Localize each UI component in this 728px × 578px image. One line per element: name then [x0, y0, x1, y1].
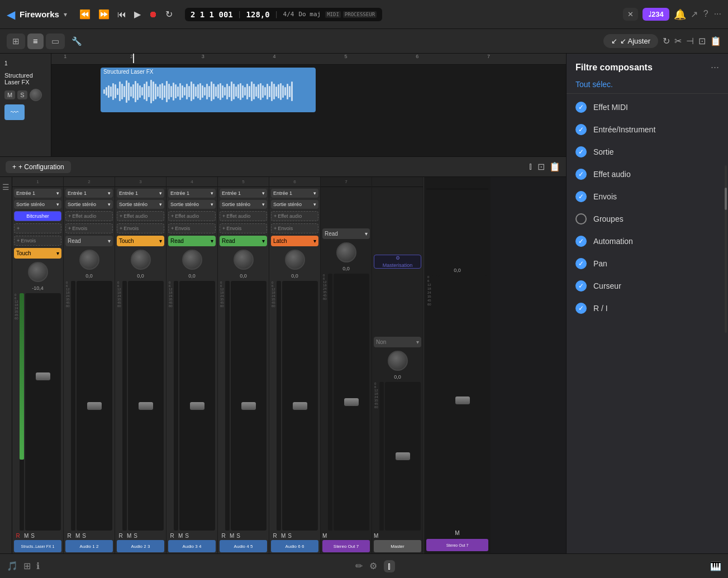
ch4-add-plugin[interactable]: + Effet audio [168, 211, 216, 221]
ch5-add-plugin[interactable]: + Effet audio [220, 211, 267, 221]
rsp-mute-button[interactable]: M [455, 530, 459, 536]
ch3-fader-thumb[interactable] [139, 402, 153, 410]
rsp-fader-thumb[interactable] [455, 397, 470, 404]
ch1-mute-button[interactable]: M [24, 533, 28, 539]
ch1-knob[interactable] [28, 262, 48, 282]
ch7-mode[interactable]: Read▾ [322, 228, 370, 239]
ch8-fader-thumb[interactable] [396, 452, 410, 460]
ch2-input[interactable]: Entrée 1▾ [65, 189, 113, 198]
rewind-button[interactable]: ⏪ [77, 7, 93, 22]
loop-button[interactable]: ↻ [163, 7, 175, 22]
music-note-icon[interactable]: 🎵 [7, 561, 18, 571]
ch1-output[interactable]: Sortie stéréo▾ [14, 200, 61, 209]
filter-checkbox-effet-audio[interactable]: ✓ [575, 169, 587, 180]
sync-icon[interactable]: ↻ [663, 36, 670, 46]
ch1-plugin-bitcrusher[interactable]: Bitcrusher [14, 211, 61, 221]
filter-item-entree-instrument[interactable]: ✓ Entrée/Instrument [567, 118, 728, 141]
metronome-button[interactable]: 🔔 [674, 8, 686, 21]
ch8-knob[interactable] [388, 351, 408, 371]
grid-view-button[interactable]: ⊞ [7, 34, 25, 49]
filter-checkbox-pan[interactable]: ✓ [575, 258, 587, 269]
ch3-fader-track[interactable] [128, 281, 164, 531]
filter-checkbox-ri[interactable]: ✓ [575, 303, 587, 314]
wrench-button[interactable]: 🔧 [72, 36, 82, 46]
ch3-solo-button[interactable]: S [134, 533, 137, 539]
ch2-record-button[interactable]: R [65, 533, 73, 539]
filter-item-sortie[interactable]: ✓ Sortie [567, 141, 728, 163]
filter-item-effet-midi[interactable]: ✓ Effet MIDI [567, 96, 728, 118]
eq-tool-button[interactable]: ⫿ [384, 560, 395, 572]
ch2-knob[interactable] [79, 250, 99, 270]
ch8-fader-track[interactable] [385, 382, 421, 531]
filter-item-automation[interactable]: ✓ Automation [567, 230, 728, 252]
ch2-add-send[interactable]: +Envois [65, 223, 113, 233]
filter-item-pan[interactable]: ✓ Pan [567, 252, 728, 275]
ch7-knob[interactable] [336, 242, 356, 262]
ch2-mute-button[interactable]: M [75, 533, 80, 539]
x-button[interactable]: ✕ [623, 8, 638, 21]
filter-menu-button[interactable]: ··· [711, 61, 719, 73]
track-solo-button[interactable]: S [17, 90, 27, 99]
filter-item-effet-audio[interactable]: ✓ Effet audio [567, 163, 728, 185]
rect-view-button[interactable]: ▭ [46, 34, 65, 49]
ch6-add-send[interactable]: +Envois [271, 223, 318, 233]
share-icon[interactable]: ↗ [691, 9, 698, 20]
ch6-fader-track[interactable] [282, 281, 318, 531]
paste-icon[interactable]: 📋 [710, 36, 721, 46]
masterisation-button[interactable]: ⚙ Masterisa­tion [374, 255, 421, 269]
adjust-button[interactable]: ↙ ↙ Ajuster [603, 34, 658, 48]
ch2-solo-button[interactable]: S [82, 533, 86, 539]
filter-checkbox-automation[interactable]: ✓ [575, 236, 587, 247]
ch5-output[interactable]: Sortie stéréo▾ [220, 200, 267, 209]
ch4-fader-thumb[interactable] [190, 402, 204, 410]
piano-icon[interactable]: 🎹 [710, 561, 721, 571]
ch6-add-plugin[interactable]: + Effet audio [271, 211, 318, 221]
filter-checkbox-envois[interactable]: ✓ [575, 191, 587, 202]
filter-checkbox-effet-midi[interactable]: ✓ [575, 102, 587, 113]
ch1-solo-button[interactable]: S [31, 533, 35, 539]
ch6-mode[interactable]: Latch▾ [271, 236, 318, 246]
mixer-grid-icon[interactable]: ⊡ [537, 161, 545, 172]
ch3-add-plugin[interactable]: + Effet audio [117, 211, 164, 221]
filter-checkbox-entree-instrument[interactable]: ✓ [575, 124, 587, 135]
ch2-mode[interactable]: Read▾ [65, 236, 113, 246]
mixer-eq-icon[interactable]: ⫿ [529, 161, 533, 172]
ch8-mode[interactable]: Non▾ [374, 337, 421, 347]
ch5-fader-thumb[interactable] [241, 402, 256, 410]
filter-checkbox-groupes[interactable] [575, 213, 587, 224]
filter-checkbox-curseur[interactable]: ✓ [575, 280, 587, 292]
ch3-record-button[interactable]: R [117, 533, 125, 539]
back-button[interactable]: ◀ [7, 8, 15, 21]
track-mute-button[interactable]: M [4, 90, 15, 99]
more-icon[interactable]: ··· [714, 9, 721, 20]
ch3-output[interactable]: Sortie stéréo▾ [117, 200, 164, 209]
rsp-fader-track[interactable] [438, 275, 487, 526]
ch3-mute-button[interactable]: M [127, 533, 131, 539]
config-button[interactable]: + + Configuration [6, 161, 71, 173]
skip-back-button[interactable]: ⏮ [115, 7, 129, 22]
ch6-knob[interactable] [285, 250, 305, 270]
ch4-input[interactable]: Entrée 1▾ [168, 189, 216, 198]
info-icon[interactable]: ℹ [36, 561, 40, 571]
track-knob[interactable] [30, 89, 42, 101]
project-dropdown-icon[interactable]: ▾ [64, 11, 67, 18]
ch4-add-send[interactable]: +Envois [168, 223, 216, 233]
ch3-input[interactable]: Entrée 1▾ [117, 189, 164, 198]
ch7-mute-button[interactable]: M [322, 533, 327, 539]
fast-forward-button[interactable]: ⏩ [96, 7, 112, 22]
ch1-mode[interactable]: Touch▾ [14, 248, 61, 259]
gear-tool-button[interactable]: ⚙ [369, 560, 377, 572]
mixer-menu-icon[interactable]: ☰ [2, 183, 9, 192]
ch2-fader-track[interactable] [77, 281, 112, 531]
ch6-output[interactable]: Sortie stéréo▾ [271, 200, 318, 209]
help-icon[interactable]: ? [703, 9, 708, 20]
ch2-fader-thumb[interactable] [87, 402, 102, 410]
ch6-input[interactable]: Entrée 1▾ [271, 189, 318, 198]
scissors-icon[interactable]: ✂ [674, 36, 682, 46]
ch2-add-plugin[interactable]: + Effet audio [65, 211, 113, 221]
ch4-knob[interactable] [182, 250, 202, 270]
ch3-mode[interactable]: Touch▾ [117, 236, 164, 246]
ch1-add-plugin[interactable]: + [14, 223, 61, 233]
ch1-record-button[interactable]: R [14, 533, 22, 539]
mixer-copy-icon[interactable]: 📋 [549, 161, 560, 172]
